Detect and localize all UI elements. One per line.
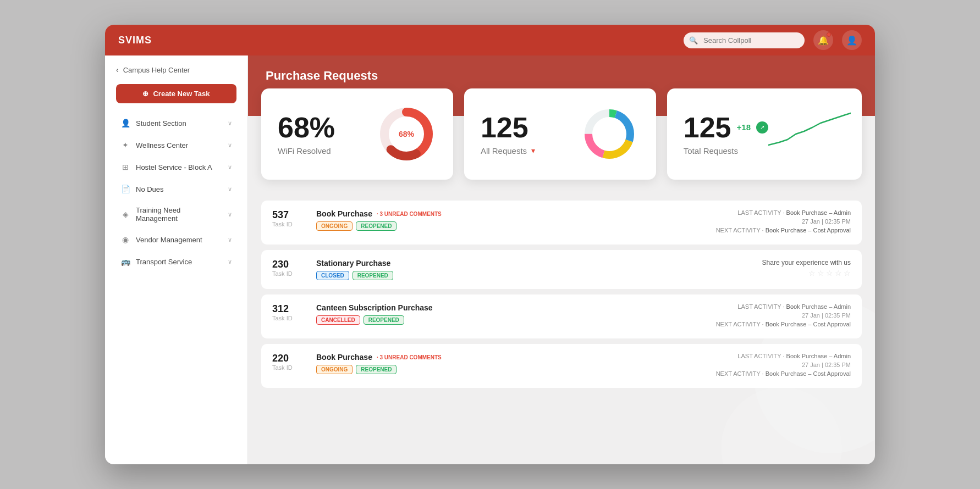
- task-id-col: 537 Task ID: [272, 209, 305, 227]
- chevron-down-icon: ∨: [228, 236, 232, 243]
- table-row[interactable]: 230 Task ID Stationary Purchase CLOSED R…: [261, 250, 862, 289]
- no-dues-icon: 📄: [120, 184, 130, 194]
- task-main-col: Stationary Purchase CLOSED REOPENED: [316, 259, 686, 280]
- sidebar-back[interactable]: ‹ Campus Help Center: [105, 55, 247, 80]
- chevron-down-icon: ∨: [228, 211, 232, 218]
- tag-ongoing: ONGOING: [316, 365, 353, 374]
- unread-badge: · 3 UNREAD COMMENTS: [377, 354, 442, 360]
- rating-stars[interactable]: ☆ ☆ ☆ ☆ ☆: [697, 269, 851, 277]
- next-activity: NEXT ACTIVITY · Book Purchase – Cost App…: [697, 321, 851, 327]
- task-title: Stationary Purchase: [316, 259, 686, 268]
- task-id-col: 312 Task ID: [272, 303, 305, 321]
- tag-ongoing: ONGOING: [316, 221, 353, 231]
- all-requests-label: All Requests ▾: [481, 146, 535, 155]
- task-id-label: Task ID: [272, 315, 305, 321]
- sidebar-item-no-dues[interactable]: 📄 No Dues ∨: [109, 179, 243, 199]
- chevron-down-icon: ∨: [228, 142, 232, 149]
- main-layout: ‹ Campus Help Center ⊕ Create New Task 👤…: [105, 55, 875, 464]
- sidebar-back-label: Campus Help Center: [123, 66, 190, 74]
- task-tags: CANCELLED REOPENED: [316, 315, 686, 325]
- tag-reopened: REOPENED: [356, 365, 397, 374]
- chevron-down-icon: ∨: [228, 164, 232, 171]
- tag-closed: CLOSED: [316, 271, 349, 280]
- back-arrow-icon: ‹: [116, 65, 119, 74]
- task-activity-col: LAST ACTIVITY · Book Purchase – Admin 27…: [697, 303, 851, 330]
- create-task-button[interactable]: ⊕ Create New Task: [116, 84, 236, 103]
- task-activity-col: LAST ACTIVITY · Book Purchase – Admin 27…: [697, 353, 851, 379]
- all-requests-card: 125 All Requests ▾: [464, 88, 656, 180]
- last-activity: LAST ACTIVITY · Book Purchase – Admin: [697, 303, 851, 310]
- user-avatar[interactable]: 👤: [842, 30, 862, 50]
- line-chart-svg: [768, 112, 851, 156]
- star-4[interactable]: ☆: [835, 269, 842, 277]
- wifi-resolved-card: 68% WiFi Resolved 68%: [261, 88, 453, 180]
- search-input[interactable]: [684, 32, 805, 48]
- task-id-label: Task ID: [272, 221, 305, 227]
- sidebar-item-label: Training Need Management: [136, 206, 222, 223]
- create-task-label: Create New Task: [153, 90, 210, 98]
- dropdown-arrow-icon[interactable]: ▾: [531, 146, 535, 155]
- tag-reopened: REOPENED: [353, 271, 393, 280]
- star-1[interactable]: ☆: [808, 269, 816, 277]
- task-main-col: Book Purchase · 3 UNREAD COMMENTS ONGOIN…: [316, 353, 686, 374]
- total-requests-left: 125 +18 ↗ Total Requests: [684, 113, 768, 155]
- hostel-icon: ⊞: [120, 162, 130, 172]
- task-list: 537 Task ID Book Purchase · 3 UNREAD COM…: [248, 187, 875, 464]
- sidebar-item-wellness-center[interactable]: ✦ Wellness Center ∨: [109, 135, 243, 155]
- next-activity: NEXT ACTIVITY · Book Purchase – Cost App…: [697, 227, 851, 234]
- last-activity-time: 27 Jan | 02:35 PM: [697, 362, 851, 368]
- sidebar-item-vendor-management[interactable]: ◉ Vendor Management ∨: [109, 229, 243, 250]
- svg-point-8: [593, 118, 626, 151]
- task-tags: ONGOING REOPENED: [316, 365, 686, 374]
- table-row[interactable]: 537 Task ID Book Purchase · 3 UNREAD COM…: [261, 201, 862, 244]
- task-main-col: Book Purchase · 3 UNREAD COMMENTS ONGOIN…: [316, 209, 686, 231]
- chevron-down-icon: ∨: [228, 120, 232, 127]
- last-activity-time: 27 Jan | 02:35 PM: [697, 312, 851, 319]
- chevron-down-icon: ∨: [228, 258, 232, 265]
- all-requests-number: 125: [481, 113, 535, 142]
- last-activity-time: 27 Jan | 02:35 PM: [697, 218, 851, 225]
- tag-reopened: REOPENED: [364, 315, 404, 325]
- all-requests-left: 125 All Requests ▾: [481, 113, 535, 155]
- task-id-label: Task ID: [272, 270, 305, 277]
- task-title: Book Purchase · 3 UNREAD COMMENTS: [316, 353, 686, 362]
- sidebar-item-hostel-service[interactable]: ⊞ Hostel Service - Block A ∨: [109, 157, 243, 177]
- plus-icon: ⊕: [142, 90, 148, 98]
- wifi-label: WiFi Resolved: [278, 146, 335, 155]
- student-section-icon: 👤: [120, 118, 130, 128]
- task-id-number: 312: [272, 303, 305, 315]
- table-row[interactable]: 312 Task ID Canteen Subscription Purchas…: [261, 294, 862, 338]
- notification-bell[interactable]: 🔔: [813, 30, 833, 50]
- wifi-percentage: 68%: [278, 113, 335, 142]
- star-2[interactable]: ☆: [817, 269, 824, 277]
- last-activity-value: Book Purchase – Admin: [786, 303, 851, 310]
- sidebar-item-label: Vendor Management: [136, 236, 222, 244]
- vendor-icon: ◉: [120, 235, 130, 244]
- star-3[interactable]: ☆: [826, 269, 833, 277]
- task-id-number: 537: [272, 209, 305, 221]
- sidebar-item-training[interactable]: ◈ Training Need Management ∨: [109, 201, 243, 228]
- task-title: Book Purchase · 3 UNREAD COMMENTS: [316, 209, 686, 218]
- task-main-col: Canteen Subscription Purchase CANCELLED …: [316, 303, 686, 325]
- transport-icon: 🚌: [120, 257, 130, 266]
- sidebar-item-student-section[interactable]: 👤 Student Section ∨: [109, 113, 243, 134]
- app-window: SVIMS 🔍 🔔 👤 ‹ Campus Help Center ⊕ Creat…: [105, 25, 875, 464]
- topbar: SVIMS 🔍 🔔 👤: [105, 25, 875, 55]
- next-activity-value: Book Purchase – Cost Approval: [766, 227, 851, 234]
- search-icon: 🔍: [689, 36, 698, 45]
- all-requests-text: All Requests: [481, 146, 527, 155]
- content-area: Purchase Requests 68% WiFi Resolved: [248, 55, 875, 464]
- sidebar-item-label: Student Section: [136, 119, 222, 127]
- task-activity-col: Share your experience with us ☆ ☆ ☆ ☆ ☆: [697, 259, 851, 277]
- chevron-down-icon: ∨: [228, 186, 232, 193]
- sidebar-item-label: Hostel Service - Block A: [136, 163, 222, 171]
- last-activity: LAST ACTIVITY · Book Purchase – Admin: [697, 353, 851, 359]
- sidebar-item-transport[interactable]: 🚌 Transport Service ∨: [109, 251, 243, 272]
- star-5[interactable]: ☆: [844, 269, 851, 277]
- sidebar-item-label: Transport Service: [136, 258, 222, 266]
- table-row[interactable]: 220 Task ID Book Purchase · 3 UNREAD COM…: [261, 344, 862, 388]
- line-chart: [768, 112, 845, 156]
- search-wrapper: 🔍: [684, 32, 805, 48]
- page-title: Purchase Requests: [266, 69, 378, 82]
- wellness-icon: ✦: [120, 140, 130, 150]
